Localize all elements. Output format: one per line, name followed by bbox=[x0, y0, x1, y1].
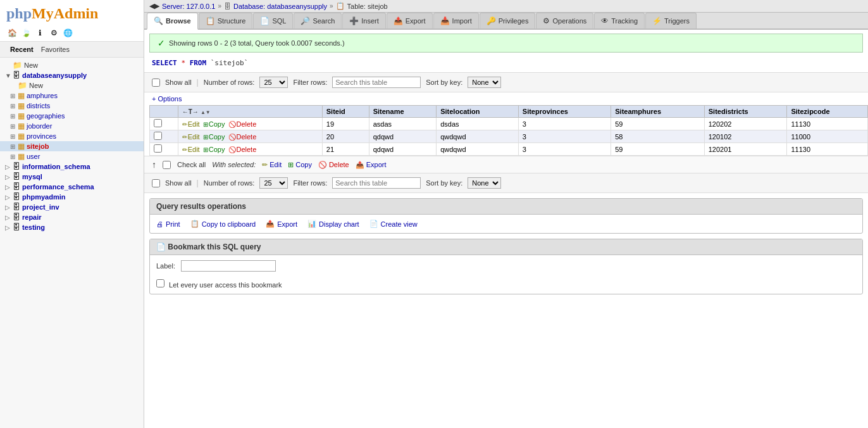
print-action[interactable]: 🖨 Print bbox=[156, 220, 180, 228]
chart-label: Display chart bbox=[319, 220, 359, 228]
copy-link-2[interactable]: Copy bbox=[209, 133, 225, 141]
tab-browse[interactable]: 🔍 Browse bbox=[147, 13, 198, 30]
row-checkbox-1[interactable] bbox=[150, 118, 178, 130]
earth-icon[interactable]: 🌐 bbox=[62, 27, 73, 39]
col-actions-header: ←T→ ▲▼ bbox=[178, 106, 322, 118]
tab-export[interactable]: 📤 Export bbox=[387, 13, 433, 28]
num-rows-select-bottom[interactable]: 2550100 bbox=[259, 177, 288, 189]
breadcrumb-sep2: » bbox=[330, 3, 333, 9]
breadcrumb-database[interactable]: Database: databaseanysupply bbox=[233, 3, 327, 10]
view-label: Create view bbox=[381, 220, 418, 228]
bookmark-access-checkbox[interactable] bbox=[156, 279, 164, 287]
delete-link-3[interactable]: Delete bbox=[237, 146, 257, 153]
tab-search[interactable]: 🔎 Search bbox=[294, 13, 342, 28]
tab-privileges[interactable]: 🔑 Privileges bbox=[480, 13, 536, 28]
edit-link-2[interactable]: Edit bbox=[188, 133, 200, 141]
search-input-top[interactable] bbox=[332, 77, 421, 88]
options-link[interactable]: + Options bbox=[144, 92, 868, 105]
tree-sitejob[interactable]: ⊞ ▦ sitejob bbox=[0, 141, 144, 151]
home-icon[interactable]: 🏠 bbox=[6, 27, 18, 39]
col-sitezipcode[interactable]: Sitezipcode bbox=[787, 106, 868, 118]
tab-structure[interactable]: 📋 Structure bbox=[199, 13, 253, 28]
sql-star: * bbox=[181, 59, 189, 67]
tab-sql[interactable]: 📄 SQL bbox=[253, 13, 293, 28]
tree-information-schema[interactable]: ▷ 🗄 information_schema bbox=[0, 161, 144, 172]
ws-edit[interactable]: ✏ Edit bbox=[262, 161, 282, 169]
tab-search-label: Search bbox=[313, 17, 335, 25]
tree-testing[interactable]: ▷ 🗄 testing bbox=[0, 222, 144, 232]
row-checkbox-3[interactable] bbox=[150, 143, 178, 156]
copy-clipboard-action[interactable]: 📋 Copy to clipboard bbox=[190, 220, 256, 228]
tab-privileges-label: Privileges bbox=[499, 17, 529, 25]
num-rows-label-bottom: Number of rows: bbox=[204, 179, 255, 187]
display-chart-action[interactable]: 📊 Display chart bbox=[307, 220, 359, 228]
num-rows-select-top[interactable]: 2550100 bbox=[259, 77, 288, 88]
edit-link-1[interactable]: Edit bbox=[188, 120, 200, 128]
db-icon3: 🗄 bbox=[13, 172, 20, 181]
tree-new-top[interactable]: 📁 New bbox=[0, 60, 144, 70]
tab-tracking[interactable]: 👁 Tracking bbox=[594, 13, 645, 28]
col-siteamphures[interactable]: Siteamphures bbox=[611, 106, 705, 118]
sort-select-top[interactable]: None bbox=[468, 77, 501, 88]
create-view-action[interactable]: 📄 Create view bbox=[369, 220, 418, 228]
tree-amphures[interactable]: ⊞ ▦ amphures bbox=[0, 91, 144, 101]
ws-delete-label: Delete bbox=[329, 161, 349, 168]
col-siteid[interactable]: Siteid bbox=[322, 106, 369, 118]
edit-link-3[interactable]: Edit bbox=[188, 146, 200, 153]
row-checkbox-2[interactable] bbox=[150, 130, 178, 143]
tree-performance-schema[interactable]: ▷ 🗄 performance_schema bbox=[0, 182, 144, 192]
show-all-checkbox-bottom[interactable] bbox=[152, 179, 160, 187]
tab-operations[interactable]: ⚙ Operations bbox=[536, 13, 593, 28]
table-icon2: ▦ bbox=[18, 101, 25, 110]
delete-link-2[interactable]: Delete bbox=[237, 133, 257, 141]
content-area: ✓ Showing rows 0 - 2 (3 total, Query too… bbox=[144, 30, 868, 428]
leaf-icon[interactable]: 🍃 bbox=[20, 27, 32, 39]
tree-geographies[interactable]: ⊞ ▦ geographies bbox=[0, 111, 144, 121]
tab-import[interactable]: 📥 Import bbox=[433, 13, 479, 28]
sort-select-bottom[interactable]: None bbox=[468, 177, 501, 189]
tab-tracking-label: Tracking bbox=[611, 17, 638, 25]
favorites-tab[interactable]: Favorites bbox=[37, 44, 73, 54]
col-sitedistricts[interactable]: Sitedistricts bbox=[704, 106, 787, 118]
row-actions-2: ✏Edit ⊞Copy 🚫Delete bbox=[178, 130, 322, 143]
tree-provinces[interactable]: ⊞ ▦ provinces bbox=[0, 131, 144, 141]
col-siteprovinces[interactable]: Siteprovinces bbox=[518, 106, 611, 118]
tab-triggers[interactable]: ⚡ Triggers bbox=[645, 13, 697, 28]
settings-icon[interactable]: ⚙ bbox=[48, 27, 59, 39]
recent-tab[interactable]: Recent bbox=[6, 44, 37, 54]
export-action[interactable]: 📤 Export bbox=[266, 220, 297, 228]
ws-delete[interactable]: 🚫 Delete bbox=[318, 161, 349, 169]
show-all-checkbox-top[interactable] bbox=[152, 79, 160, 87]
tree-joborder[interactable]: ⊞ ▦ joborder bbox=[0, 121, 144, 131]
tree-phpmyadmin[interactable]: ▷ 🗄 phpmyadmin bbox=[0, 192, 144, 202]
db-icon5: 🗄 bbox=[13, 192, 20, 201]
tree-user[interactable]: ⊞ ▦ user bbox=[0, 151, 144, 161]
tree-new-db[interactable]: 📁 New bbox=[0, 80, 144, 91]
bookmark-checkbox-label: Let every user access this bookmark bbox=[169, 281, 282, 289]
tree-project-inv[interactable]: ▷ 🗄 project_inv bbox=[0, 202, 144, 212]
info-icon[interactable]: ℹ bbox=[34, 27, 46, 39]
tab-insert[interactable]: ➕ Insert bbox=[342, 13, 386, 28]
copy-link-1[interactable]: Copy bbox=[209, 120, 225, 128]
copy-link-3[interactable]: Copy bbox=[209, 146, 225, 153]
ws-export[interactable]: 📤 Export bbox=[356, 161, 387, 169]
tree-districts[interactable]: ⊞ ▦ districts bbox=[0, 101, 144, 111]
delete-link-1[interactable]: Delete bbox=[237, 120, 257, 128]
col-sitelocation[interactable]: Sitelocation bbox=[437, 106, 519, 118]
col-sitename[interactable]: Sitename bbox=[369, 106, 437, 118]
breadcrumb-server[interactable]: Server: 127.0.0.1 bbox=[162, 3, 215, 10]
bookmark-label-input[interactable] bbox=[181, 260, 276, 272]
db-icon8: 🗄 bbox=[13, 223, 20, 232]
search-input-bottom[interactable] bbox=[332, 177, 421, 189]
db-icon4: 🗄 bbox=[13, 182, 20, 191]
tree-databaseanysupply[interactable]: ▼ 🗄 databaseanysupply bbox=[0, 70, 144, 80]
db-icon2: 🗄 bbox=[13, 162, 20, 171]
ws-copy[interactable]: ⊞ Copy bbox=[288, 161, 312, 169]
breadcrumb-arrow: ◀▶ bbox=[149, 2, 159, 10]
up-arrow[interactable]: ↑ bbox=[152, 160, 156, 170]
tree-mysql[interactable]: ▷ 🗄 mysql bbox=[0, 172, 144, 182]
tree-repair[interactable]: ▷ 🗄 repair bbox=[0, 212, 144, 222]
check-all-checkbox[interactable] bbox=[163, 161, 171, 169]
cell-sitezipcode-1: 11130 bbox=[787, 118, 868, 130]
bookmark-header-label: Bookmark this SQL query bbox=[168, 242, 261, 251]
